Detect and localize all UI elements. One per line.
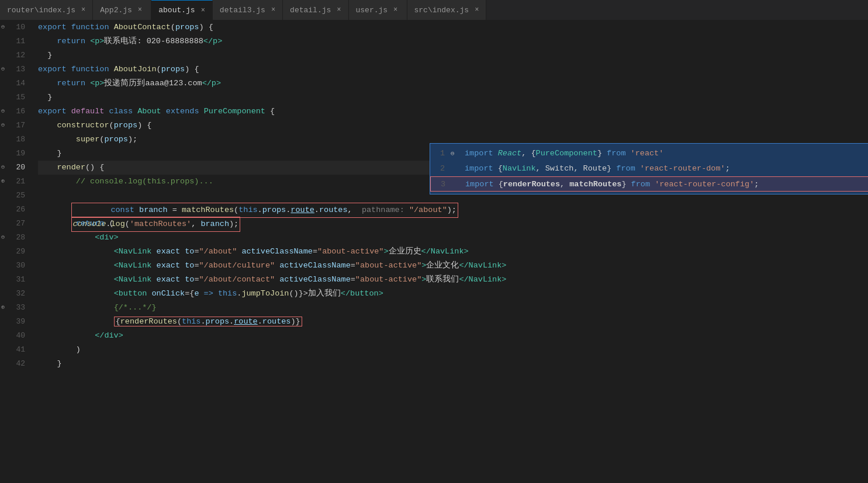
code-line-15: } [38,91,868,105]
code-content: export function AboutContact(props) { re… [32,20,868,483]
tab-close-icon[interactable]: × [475,6,479,14]
tab-label: src\index.js [414,6,469,15]
line-29: 29 [0,245,25,259]
tab-about[interactable]: about.js × [151,0,213,20]
code-line-33: {/*...*/} [38,301,868,315]
tab-detail[interactable]: detail.js × [283,0,348,20]
line-31: 31 [0,273,25,287]
code-line-27: return ( [38,217,868,231]
line-17: ⊖17 [0,119,25,133]
tab-label: App2.js [100,6,132,15]
tab-user[interactable]: user.js × [349,0,407,20]
popup-line-3: 3 import {renderRoutes, matchRoutes} fro… [430,176,868,192]
popup-line-2: 2 import {NavLink, Switch, Route} from '… [430,161,868,176]
line-12: 12 [0,48,25,62]
tab-close-icon[interactable]: × [201,6,205,15]
tab-close-icon[interactable]: × [393,6,397,14]
line-19: 19 [0,147,25,161]
code-line-11: return <p>联系电话: 020-68888888</p> [38,34,868,48]
code-line-13: export function AboutJoin(props) { [38,62,868,77]
line-39: 39 [0,315,25,329]
line-numbers: ⊖10 11 12 ⊖13 14 15 ⊖16 ⊖17 18 19 ⊖20 ⊕2… [0,20,32,483]
tab-close-icon[interactable]: × [337,6,341,14]
tab-src-index[interactable]: src\index.js × [407,0,487,20]
code-line-30: <NavLink exact to="/about/culture" activ… [38,259,868,273]
code-line-40: </div> [38,329,868,343]
line-41: 41 [0,343,25,357]
line-20: ⊖20 [0,161,25,175]
line-42: 42 [0,357,25,371]
editor: ⊖10 11 12 ⊖13 14 15 ⊖16 ⊖17 18 19 ⊖20 ⊕2… [0,20,868,483]
line-28: ⊖28 [0,231,25,245]
line-11: 11 [0,34,25,48]
tab-router-index[interactable]: router\index.js × [0,0,93,20]
code-popup: 1 ⊖ import React, {PureComponent} from '… [430,143,868,194]
tab-close-icon[interactable]: × [138,6,142,14]
tab-app2[interactable]: App2.js × [93,0,151,20]
code-line-14: return <p>投递简历到aaaa@123.com</p> [38,77,868,91]
line-16: ⊖16 [0,105,25,119]
code-line-26: console.log('matchRoutes', branch); [38,203,868,217]
line-14: 14 [0,77,25,91]
tab-label: router\index.js [7,6,75,15]
line-27: 27 [0,217,25,231]
code-line-41: ) [38,343,868,357]
code-line-42: } [38,357,868,371]
popup-line-1: 1 ⊖ import React, {PureComponent} from '… [430,146,868,161]
tab-detail3[interactable]: detail3.js × [213,0,283,20]
code-line-17: constructor(props) { [38,119,868,133]
line-33: ⊕33 [0,301,25,315]
code-line-31: <NavLink exact to="/about/contact" activ… [38,273,868,287]
code-line-12: } [38,48,868,62]
line-32: 32 [0,287,25,301]
code-line-32: <button onClick={e => this.jumpToJoin()}… [38,287,868,301]
code-line-39: {renderRoutes(this.props.route.routes)} [38,315,868,329]
tab-label: about.js [158,6,195,15]
tab-close-icon[interactable]: × [271,6,275,14]
code-line-16: export default class About extends PureC… [38,105,868,119]
line-13: ⊖13 [0,62,25,77]
code-line-29: <NavLink exact to="/about" activeClassNa… [38,245,868,259]
line-15: 15 [0,91,25,105]
line-40: 40 [0,329,25,343]
code-line-28: <div> [38,231,868,245]
line-26: 26 [0,203,25,217]
code-line-10: export function AboutContact(props) { [38,20,868,34]
line-25: 25 [0,189,25,203]
tab-bar: router\index.js × App2.js × about.js × d… [0,0,868,20]
line-10: ⊖10 [0,20,25,34]
line-30: 30 [0,259,25,273]
tab-label: detail3.js [220,6,265,15]
tab-label: detail.js [290,6,331,15]
tab-close-icon[interactable]: × [81,6,85,14]
tab-label: user.js [356,6,388,15]
line-21: ⊕21 [0,175,25,189]
line-18: 18 [0,133,25,147]
